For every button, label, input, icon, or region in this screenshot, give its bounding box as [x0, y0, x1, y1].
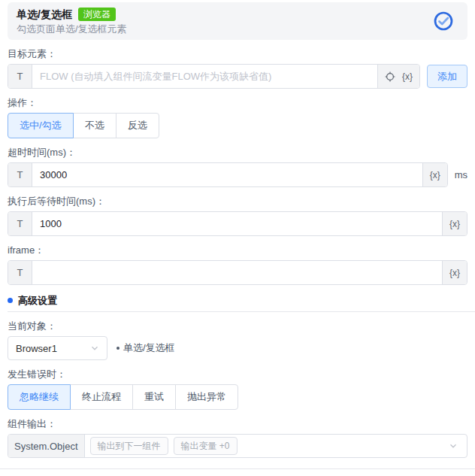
current-object-label: 当前对象：	[8, 321, 467, 332]
component-output-control[interactable]: System.Object 输出到下一组件 输出变量 +0	[8, 434, 467, 458]
target-element-suffix: {x}	[377, 65, 419, 88]
action-option-check[interactable]: 选中/勾选	[8, 113, 74, 138]
variable-token-icon[interactable]: {x}	[402, 71, 413, 82]
on-error-label: 发生错误时：	[8, 369, 467, 380]
component-description: 勾选页面单选/复选框元素	[17, 23, 127, 35]
current-object-row: Browser1 单选/复选框	[8, 336, 467, 360]
timeout-unit: ms	[455, 169, 467, 180]
type-prefix: T	[8, 163, 32, 186]
on-error-option-throw[interactable]: 抛出异常	[175, 384, 238, 410]
browser-badge: 浏览器	[78, 8, 116, 21]
action-option-uncheck[interactable]: 不选	[73, 113, 116, 138]
target-element-input-group: T {x}	[8, 64, 420, 89]
action-label: 操作：	[8, 98, 467, 108]
page-title: 单选/复选框	[17, 8, 72, 20]
bullet-icon	[116, 347, 120, 350]
type-prefix: T	[8, 261, 32, 284]
type-prefix: T	[8, 65, 32, 88]
output-chip-variables[interactable]: 输出变量 +0	[174, 437, 238, 455]
timeout-input-group: T {x}	[8, 162, 448, 187]
on-error-toggle-group: 忽略继续 终止流程 重试 抛出异常	[8, 384, 467, 410]
output-chip-next-component[interactable]: 输出到下一组件	[90, 437, 168, 455]
on-error-option-stop[interactable]: 终止流程	[70, 384, 133, 410]
iframe-input[interactable]	[32, 261, 442, 284]
advanced-settings-title: 高级设置	[18, 295, 57, 306]
wait-after-row: T {x}	[8, 211, 467, 236]
timeout-suffix: {x}	[422, 163, 447, 186]
variable-token-icon[interactable]: {x}	[449, 268, 460, 278]
target-element-row: T {x} 添加	[8, 64, 467, 89]
advanced-settings-heading: 高级设置	[8, 295, 467, 306]
type-prefix: T	[8, 212, 32, 235]
current-object-note-text: 单选/复选框	[123, 341, 175, 355]
bottom-divider	[0, 468, 475, 469]
variable-token-icon[interactable]: {x}	[430, 170, 440, 180]
target-element-input[interactable]	[32, 65, 377, 88]
iframe-input-group: T {x}	[8, 260, 467, 285]
component-header: 单选/复选框 浏览器 勾选页面单选/复选框元素	[8, 2, 467, 40]
wait-after-suffix: {x}	[442, 212, 467, 235]
element-picker-icon[interactable]	[385, 71, 395, 82]
properties-panel: 单选/复选框 浏览器 勾选页面单选/复选框元素 目标元素： T	[0, 0, 475, 469]
wait-after-input-group: T {x}	[8, 211, 467, 236]
on-error-option-retry[interactable]: 重试	[132, 384, 176, 410]
iframe-label: iframe：	[8, 245, 467, 256]
action-option-invert[interactable]: 反选	[116, 113, 159, 138]
output-chips: 输出到下一组件 输出变量 +0	[85, 435, 449, 457]
current-object-value: Browser1	[16, 343, 57, 354]
iframe-suffix: {x}	[442, 261, 467, 284]
wait-after-label: 执行后等待时间(ms)：	[8, 196, 467, 207]
output-type: System.Object	[8, 435, 85, 457]
section-dot-icon	[8, 298, 13, 303]
chevron-down-icon	[90, 344, 99, 353]
chevron-down-icon	[449, 435, 467, 457]
timeout-input[interactable]	[32, 163, 422, 186]
target-element-label: 目标元素：	[8, 49, 467, 59]
section-divider	[8, 311, 475, 312]
iframe-row: T {x}	[8, 260, 467, 285]
current-object-note: 单选/复选框	[116, 341, 175, 355]
component-output-label: 组件输出：	[8, 419, 467, 429]
timeout-label: 超时时间(ms)：	[8, 147, 467, 158]
checkbox-component-icon	[433, 11, 454, 32]
timeout-row: T {x} ms	[8, 162, 467, 187]
on-error-option-ignore[interactable]: 忽略继续	[8, 384, 71, 410]
variable-token-icon[interactable]: {x}	[449, 219, 460, 229]
wait-after-input[interactable]	[32, 212, 442, 235]
current-object-select[interactable]: Browser1	[8, 336, 107, 360]
add-button[interactable]: 添加	[427, 65, 467, 88]
action-toggle-group: 选中/勾选 不选 反选	[8, 113, 467, 138]
header-text: 单选/复选框 浏览器 勾选页面单选/复选框元素	[17, 8, 127, 35]
